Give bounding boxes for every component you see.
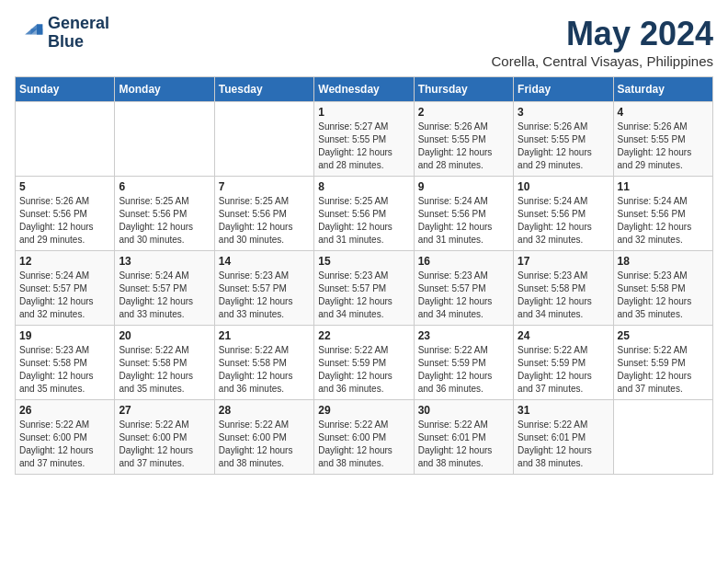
calendar-week-row: 12Sunrise: 5:24 AMSunset: 5:57 PMDayligh…	[16, 251, 713, 326]
calendar-cell: 2Sunrise: 5:26 AMSunset: 5:55 PMDaylight…	[414, 102, 513, 177]
day-number: 22	[318, 329, 409, 342]
calendar-cell	[16, 102, 115, 177]
calendar-cell: 11Sunrise: 5:24 AMSunset: 5:56 PMDayligh…	[613, 177, 712, 251]
day-number: 31	[518, 404, 609, 417]
day-number: 16	[418, 255, 509, 268]
day-info: Sunrise: 5:26 AMSunset: 5:55 PMDaylight:…	[618, 121, 709, 172]
logo: General Blue	[15, 15, 109, 52]
day-number: 25	[618, 329, 709, 342]
calendar-cell: 10Sunrise: 5:24 AMSunset: 5:56 PMDayligh…	[514, 177, 613, 251]
calendar-cell: 27Sunrise: 5:22 AMSunset: 6:00 PMDayligh…	[115, 400, 214, 475]
day-info: Sunrise: 5:23 AMSunset: 5:58 PMDaylight:…	[518, 270, 609, 321]
calendar-cell: 8Sunrise: 5:25 AMSunset: 5:56 PMDaylight…	[314, 177, 414, 251]
calendar-cell: 18Sunrise: 5:23 AMSunset: 5:58 PMDayligh…	[613, 251, 712, 326]
day-info: Sunrise: 5:26 AMSunset: 5:55 PMDaylight:…	[518, 121, 609, 172]
title-block: May 2024 Corella, Central Visayas, Phili…	[491, 15, 713, 69]
calendar-cell: 24Sunrise: 5:22 AMSunset: 5:59 PMDayligh…	[514, 326, 613, 400]
day-info: Sunrise: 5:22 AMSunset: 6:00 PMDaylight:…	[318, 419, 409, 470]
calendar-week-row: 26Sunrise: 5:22 AMSunset: 6:00 PMDayligh…	[16, 400, 713, 475]
day-number: 6	[119, 180, 210, 193]
day-info: Sunrise: 5:23 AMSunset: 5:58 PMDaylight:…	[19, 344, 110, 396]
day-info: Sunrise: 5:23 AMSunset: 5:57 PMDaylight:…	[418, 270, 509, 321]
day-number: 17	[518, 255, 609, 268]
calendar-cell: 1Sunrise: 5:27 AMSunset: 5:55 PMDaylight…	[314, 102, 414, 177]
day-info: Sunrise: 5:26 AMSunset: 5:55 PMDaylight:…	[418, 121, 509, 172]
calendar-cell: 31Sunrise: 5:22 AMSunset: 6:01 PMDayligh…	[514, 400, 613, 475]
weekday-header: Tuesday	[214, 77, 313, 102]
calendar-cell: 25Sunrise: 5:22 AMSunset: 5:59 PMDayligh…	[613, 326, 712, 400]
calendar-cell: 21Sunrise: 5:22 AMSunset: 5:58 PMDayligh…	[214, 326, 313, 400]
logo-icon	[15, 18, 44, 48]
day-info: Sunrise: 5:23 AMSunset: 5:58 PMDaylight:…	[618, 270, 709, 321]
day-info: Sunrise: 5:23 AMSunset: 5:57 PMDaylight:…	[219, 270, 310, 321]
day-number: 5	[19, 180, 110, 193]
weekday-header: Sunday	[16, 77, 115, 102]
calendar-cell: 16Sunrise: 5:23 AMSunset: 5:57 PMDayligh…	[414, 251, 513, 326]
day-number: 23	[418, 329, 509, 342]
day-number: 28	[219, 404, 310, 417]
page-subtitle: Corella, Central Visayas, Philippines	[491, 53, 713, 69]
day-info: Sunrise: 5:22 AMSunset: 6:00 PMDaylight:…	[219, 419, 310, 470]
day-number: 21	[219, 329, 310, 342]
day-info: Sunrise: 5:24 AMSunset: 5:57 PMDaylight:…	[19, 270, 110, 321]
calendar-cell: 23Sunrise: 5:22 AMSunset: 5:59 PMDayligh…	[414, 326, 513, 400]
day-info: Sunrise: 5:22 AMSunset: 5:59 PMDaylight:…	[418, 344, 509, 396]
calendar-cell: 17Sunrise: 5:23 AMSunset: 5:58 PMDayligh…	[514, 251, 613, 326]
day-info: Sunrise: 5:23 AMSunset: 5:57 PMDaylight:…	[318, 270, 409, 321]
day-number: 24	[518, 329, 609, 342]
calendar-cell: 26Sunrise: 5:22 AMSunset: 6:00 PMDayligh…	[16, 400, 115, 475]
day-number: 12	[19, 255, 110, 268]
page-title: May 2024	[491, 15, 713, 53]
day-info: Sunrise: 5:22 AMSunset: 6:01 PMDaylight:…	[418, 419, 509, 470]
day-info: Sunrise: 5:24 AMSunset: 5:56 PMDaylight:…	[418, 195, 509, 247]
day-info: Sunrise: 5:22 AMSunset: 5:58 PMDaylight:…	[119, 344, 210, 396]
day-number: 27	[119, 404, 210, 417]
calendar-cell: 15Sunrise: 5:23 AMSunset: 5:57 PMDayligh…	[314, 251, 414, 326]
day-info: Sunrise: 5:24 AMSunset: 5:56 PMDaylight:…	[518, 195, 609, 247]
calendar-cell: 20Sunrise: 5:22 AMSunset: 5:58 PMDayligh…	[115, 326, 214, 400]
calendar-cell: 6Sunrise: 5:25 AMSunset: 5:56 PMDaylight…	[115, 177, 214, 251]
day-info: Sunrise: 5:27 AMSunset: 5:55 PMDaylight:…	[318, 121, 409, 172]
calendar-table: SundayMondayTuesdayWednesdayThursdayFrid…	[15, 76, 713, 475]
day-info: Sunrise: 5:22 AMSunset: 5:58 PMDaylight:…	[219, 344, 310, 396]
day-number: 9	[418, 180, 509, 193]
calendar-cell: 7Sunrise: 5:25 AMSunset: 5:56 PMDaylight…	[214, 177, 313, 251]
day-number: 3	[518, 106, 609, 119]
day-number: 2	[418, 106, 509, 119]
calendar-cell: 13Sunrise: 5:24 AMSunset: 5:57 PMDayligh…	[115, 251, 214, 326]
calendar-cell	[115, 102, 214, 177]
calendar-cell: 9Sunrise: 5:24 AMSunset: 5:56 PMDaylight…	[414, 177, 513, 251]
calendar-cell: 5Sunrise: 5:26 AMSunset: 5:56 PMDaylight…	[16, 177, 115, 251]
weekday-header: Saturday	[613, 77, 712, 102]
day-number: 18	[618, 255, 709, 268]
weekday-header: Wednesday	[314, 77, 414, 102]
calendar-cell	[214, 102, 313, 177]
day-number: 26	[19, 404, 110, 417]
day-info: Sunrise: 5:22 AMSunset: 6:01 PMDaylight:…	[518, 419, 609, 470]
day-info: Sunrise: 5:22 AMSunset: 5:59 PMDaylight:…	[318, 344, 409, 396]
day-info: Sunrise: 5:24 AMSunset: 5:56 PMDaylight:…	[618, 195, 709, 247]
weekday-header: Monday	[115, 77, 214, 102]
day-number: 20	[119, 329, 210, 342]
calendar-cell: 4Sunrise: 5:26 AMSunset: 5:55 PMDaylight…	[613, 102, 712, 177]
day-info: Sunrise: 5:24 AMSunset: 5:57 PMDaylight:…	[119, 270, 210, 321]
day-number: 19	[19, 329, 110, 342]
calendar-cell: 14Sunrise: 5:23 AMSunset: 5:57 PMDayligh…	[214, 251, 313, 326]
calendar-cell: 28Sunrise: 5:22 AMSunset: 6:00 PMDayligh…	[214, 400, 313, 475]
calendar-cell: 29Sunrise: 5:22 AMSunset: 6:00 PMDayligh…	[314, 400, 414, 475]
calendar-cell	[613, 400, 712, 475]
day-number: 15	[318, 255, 409, 268]
day-info: Sunrise: 5:22 AMSunset: 6:00 PMDaylight:…	[119, 419, 210, 470]
day-info: Sunrise: 5:22 AMSunset: 6:00 PMDaylight:…	[19, 419, 110, 470]
weekday-header: Friday	[514, 77, 613, 102]
calendar-week-row: 19Sunrise: 5:23 AMSunset: 5:58 PMDayligh…	[16, 326, 713, 400]
day-number: 13	[119, 255, 210, 268]
day-number: 4	[618, 106, 709, 119]
calendar-week-row: 5Sunrise: 5:26 AMSunset: 5:56 PMDaylight…	[16, 177, 713, 251]
day-info: Sunrise: 5:25 AMSunset: 5:56 PMDaylight:…	[318, 195, 409, 247]
logo-text: General Blue	[48, 15, 109, 52]
day-info: Sunrise: 5:26 AMSunset: 5:56 PMDaylight:…	[19, 195, 110, 247]
calendar-cell: 3Sunrise: 5:26 AMSunset: 5:55 PMDaylight…	[514, 102, 613, 177]
calendar-cell: 22Sunrise: 5:22 AMSunset: 5:59 PMDayligh…	[314, 326, 414, 400]
calendar-week-row: 1Sunrise: 5:27 AMSunset: 5:55 PMDaylight…	[16, 102, 713, 177]
